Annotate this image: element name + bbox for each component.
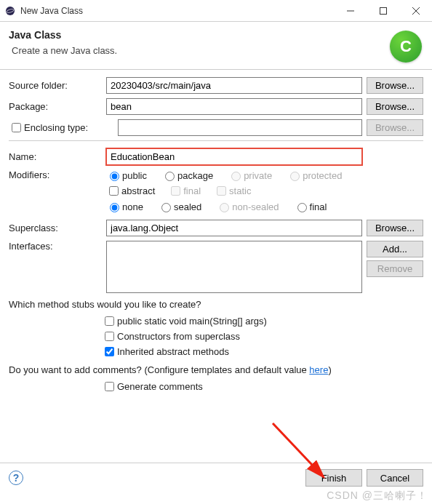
help-icon[interactable]: ? [9,471,23,485]
name-input[interactable] [106,148,362,165]
source-folder-input[interactable] [106,77,362,94]
sealed-final-radio[interactable]: final [294,201,327,212]
superclass-browse-button[interactable]: Browse... [367,220,423,236]
dialog-subtitle: Create a new Java class. [12,45,423,56]
interfaces-remove-button: Remove [367,260,423,277]
comments-question: Do you want to add comments? (Configure … [9,364,423,375]
modifiers-label: Modifiers: [9,169,102,180]
interfaces-label: Interfaces: [9,241,102,252]
package-input[interactable] [106,98,362,115]
modifier-protected-radio: protected [287,169,342,181]
minimize-button[interactable] [334,0,367,22]
finish-button[interactable]: Finish [305,469,362,487]
maximize-button[interactable] [367,0,399,22]
sealed-sealed-radio[interactable]: sealed [158,201,201,212]
enclosing-type-input [118,119,362,136]
modifier-private-radio: private [228,169,272,181]
sealed-nonsealed-radio: non-sealed [216,201,279,212]
stub-main-checkbox[interactable]: public static void main(String[] args) [102,314,412,328]
source-folder-label: Source folder: [9,80,102,91]
package-browse-button[interactable]: Browse... [367,98,423,115]
superclass-label: Superclass: [9,223,102,233]
source-folder-browse-button[interactable]: Browse... [367,77,423,94]
modifier-public-radio[interactable]: public [106,169,147,181]
titlebar: New Java Class [0,0,432,22]
modifier-static-checkbox: static [214,184,251,198]
package-label: Package: [9,101,102,112]
modifier-abstract-checkbox[interactable]: abstract [106,184,155,198]
dialog-title: Java Class [9,29,423,41]
sealed-none-radio[interactable]: none [106,201,143,212]
name-label: Name: [9,151,102,162]
stub-constructors-checkbox[interactable]: Constructors from superclass [102,329,412,343]
configure-templates-link[interactable]: here [309,364,328,375]
svg-rect-3 [380,8,386,15]
modifier-final-checkbox: final [168,184,201,198]
generate-comments-checkbox[interactable]: Generate comments [102,380,412,393]
interfaces-add-button[interactable]: Add... [367,241,423,257]
watermark: CSDN @三哈喇子！ [327,489,428,503]
enclosing-type-checkbox[interactable]: Enclosing type: [9,121,102,135]
interfaces-list[interactable] [106,241,362,293]
cancel-button[interactable]: Cancel [367,469,423,487]
dialog-header: Java Class Create a new Java class. C [0,22,432,70]
eclipse-icon [4,5,16,17]
modifier-package-radio[interactable]: package [161,169,213,181]
superclass-input[interactable] [106,220,362,236]
stubs-question: Which method stubs would you like to cre… [9,299,423,310]
stub-inherited-checkbox[interactable]: Inherited abstract methods [102,345,412,359]
enclosing-type-browse-button: Browse... [367,119,423,136]
window-title: New Java Class [20,6,83,16]
close-button[interactable] [399,0,432,22]
class-badge-icon: C [390,31,422,63]
